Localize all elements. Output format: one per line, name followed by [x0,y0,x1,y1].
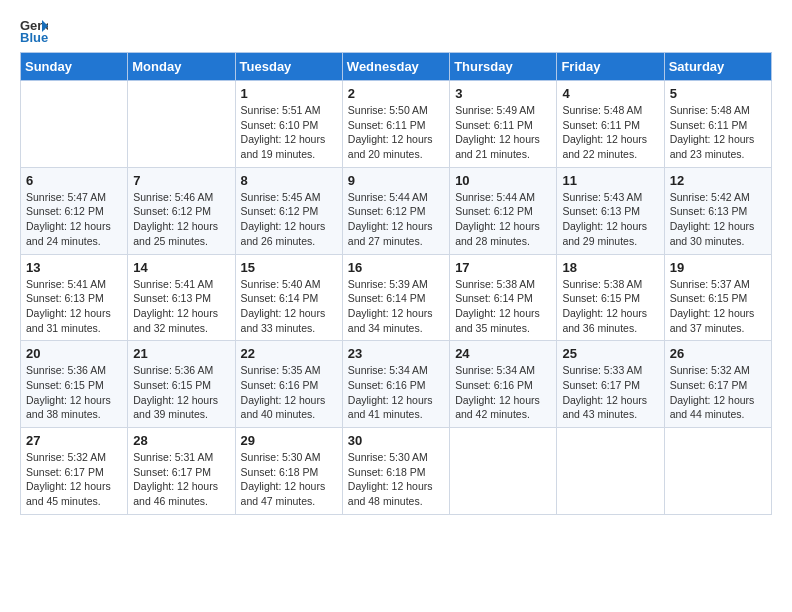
calendar-cell [664,428,771,515]
day-number: 22 [241,346,337,361]
day-number: 13 [26,260,122,275]
day-number: 18 [562,260,658,275]
calendar-week-row: 1Sunrise: 5:51 AMSunset: 6:10 PMDaylight… [21,81,772,168]
calendar-cell: 16Sunrise: 5:39 AMSunset: 6:14 PMDayligh… [342,254,449,341]
day-detail: Sunrise: 5:50 AMSunset: 6:11 PMDaylight:… [348,103,444,162]
day-number: 25 [562,346,658,361]
calendar-table: SundayMondayTuesdayWednesdayThursdayFrid… [20,52,772,515]
calendar-cell: 10Sunrise: 5:44 AMSunset: 6:12 PMDayligh… [450,167,557,254]
calendar-cell: 15Sunrise: 5:40 AMSunset: 6:14 PMDayligh… [235,254,342,341]
day-number: 20 [26,346,122,361]
day-detail: Sunrise: 5:36 AMSunset: 6:15 PMDaylight:… [133,363,229,422]
calendar-cell [21,81,128,168]
calendar-week-row: 13Sunrise: 5:41 AMSunset: 6:13 PMDayligh… [21,254,772,341]
day-detail: Sunrise: 5:46 AMSunset: 6:12 PMDaylight:… [133,190,229,249]
calendar-cell: 28Sunrise: 5:31 AMSunset: 6:17 PMDayligh… [128,428,235,515]
day-detail: Sunrise: 5:48 AMSunset: 6:11 PMDaylight:… [670,103,766,162]
day-detail: Sunrise: 5:47 AMSunset: 6:12 PMDaylight:… [26,190,122,249]
calendar-cell: 26Sunrise: 5:32 AMSunset: 6:17 PMDayligh… [664,341,771,428]
calendar-week-row: 27Sunrise: 5:32 AMSunset: 6:17 PMDayligh… [21,428,772,515]
day-number: 14 [133,260,229,275]
day-detail: Sunrise: 5:31 AMSunset: 6:17 PMDaylight:… [133,450,229,509]
calendar-cell: 17Sunrise: 5:38 AMSunset: 6:14 PMDayligh… [450,254,557,341]
calendar-week-row: 6Sunrise: 5:47 AMSunset: 6:12 PMDaylight… [21,167,772,254]
day-detail: Sunrise: 5:49 AMSunset: 6:11 PMDaylight:… [455,103,551,162]
day-detail: Sunrise: 5:33 AMSunset: 6:17 PMDaylight:… [562,363,658,422]
day-detail: Sunrise: 5:30 AMSunset: 6:18 PMDaylight:… [348,450,444,509]
calendar-cell: 12Sunrise: 5:42 AMSunset: 6:13 PMDayligh… [664,167,771,254]
day-detail: Sunrise: 5:40 AMSunset: 6:14 PMDaylight:… [241,277,337,336]
calendar-cell: 18Sunrise: 5:38 AMSunset: 6:15 PMDayligh… [557,254,664,341]
day-number: 5 [670,86,766,101]
day-number: 21 [133,346,229,361]
calendar-cell: 22Sunrise: 5:35 AMSunset: 6:16 PMDayligh… [235,341,342,428]
day-detail: Sunrise: 5:34 AMSunset: 6:16 PMDaylight:… [455,363,551,422]
page-header: General Blue [20,16,772,44]
calendar-cell [128,81,235,168]
day-detail: Sunrise: 5:37 AMSunset: 6:15 PMDaylight:… [670,277,766,336]
day-number: 16 [348,260,444,275]
day-number: 3 [455,86,551,101]
weekday-header-wednesday: Wednesday [342,53,449,81]
weekday-header-saturday: Saturday [664,53,771,81]
calendar-cell: 24Sunrise: 5:34 AMSunset: 6:16 PMDayligh… [450,341,557,428]
calendar-cell: 29Sunrise: 5:30 AMSunset: 6:18 PMDayligh… [235,428,342,515]
day-detail: Sunrise: 5:38 AMSunset: 6:14 PMDaylight:… [455,277,551,336]
day-number: 2 [348,86,444,101]
weekday-header-sunday: Sunday [21,53,128,81]
day-number: 6 [26,173,122,188]
calendar-cell: 19Sunrise: 5:37 AMSunset: 6:15 PMDayligh… [664,254,771,341]
calendar-cell [450,428,557,515]
calendar-cell: 4Sunrise: 5:48 AMSunset: 6:11 PMDaylight… [557,81,664,168]
day-detail: Sunrise: 5:39 AMSunset: 6:14 PMDaylight:… [348,277,444,336]
weekday-header-tuesday: Tuesday [235,53,342,81]
calendar-cell: 25Sunrise: 5:33 AMSunset: 6:17 PMDayligh… [557,341,664,428]
day-detail: Sunrise: 5:48 AMSunset: 6:11 PMDaylight:… [562,103,658,162]
calendar-cell: 1Sunrise: 5:51 AMSunset: 6:10 PMDaylight… [235,81,342,168]
day-number: 11 [562,173,658,188]
weekday-header-row: SundayMondayTuesdayWednesdayThursdayFrid… [21,53,772,81]
day-detail: Sunrise: 5:34 AMSunset: 6:16 PMDaylight:… [348,363,444,422]
day-detail: Sunrise: 5:41 AMSunset: 6:13 PMDaylight:… [26,277,122,336]
day-number: 12 [670,173,766,188]
day-detail: Sunrise: 5:42 AMSunset: 6:13 PMDaylight:… [670,190,766,249]
calendar-cell: 20Sunrise: 5:36 AMSunset: 6:15 PMDayligh… [21,341,128,428]
day-number: 1 [241,86,337,101]
calendar-cell: 30Sunrise: 5:30 AMSunset: 6:18 PMDayligh… [342,428,449,515]
day-detail: Sunrise: 5:41 AMSunset: 6:13 PMDaylight:… [133,277,229,336]
day-number: 8 [241,173,337,188]
weekday-header-thursday: Thursday [450,53,557,81]
calendar-cell: 23Sunrise: 5:34 AMSunset: 6:16 PMDayligh… [342,341,449,428]
day-number: 30 [348,433,444,448]
day-detail: Sunrise: 5:32 AMSunset: 6:17 PMDaylight:… [26,450,122,509]
day-number: 29 [241,433,337,448]
weekday-header-monday: Monday [128,53,235,81]
calendar-cell: 3Sunrise: 5:49 AMSunset: 6:11 PMDaylight… [450,81,557,168]
calendar-cell: 14Sunrise: 5:41 AMSunset: 6:13 PMDayligh… [128,254,235,341]
day-number: 9 [348,173,444,188]
day-detail: Sunrise: 5:38 AMSunset: 6:15 PMDaylight:… [562,277,658,336]
calendar-cell: 27Sunrise: 5:32 AMSunset: 6:17 PMDayligh… [21,428,128,515]
day-detail: Sunrise: 5:32 AMSunset: 6:17 PMDaylight:… [670,363,766,422]
day-number: 24 [455,346,551,361]
calendar-cell: 7Sunrise: 5:46 AMSunset: 6:12 PMDaylight… [128,167,235,254]
day-number: 28 [133,433,229,448]
day-number: 23 [348,346,444,361]
calendar-week-row: 20Sunrise: 5:36 AMSunset: 6:15 PMDayligh… [21,341,772,428]
day-number: 4 [562,86,658,101]
day-detail: Sunrise: 5:35 AMSunset: 6:16 PMDaylight:… [241,363,337,422]
calendar-cell [557,428,664,515]
calendar-cell: 13Sunrise: 5:41 AMSunset: 6:13 PMDayligh… [21,254,128,341]
calendar-cell: 11Sunrise: 5:43 AMSunset: 6:13 PMDayligh… [557,167,664,254]
day-detail: Sunrise: 5:30 AMSunset: 6:18 PMDaylight:… [241,450,337,509]
day-detail: Sunrise: 5:51 AMSunset: 6:10 PMDaylight:… [241,103,337,162]
day-detail: Sunrise: 5:44 AMSunset: 6:12 PMDaylight:… [455,190,551,249]
calendar-cell: 5Sunrise: 5:48 AMSunset: 6:11 PMDaylight… [664,81,771,168]
weekday-header-friday: Friday [557,53,664,81]
day-detail: Sunrise: 5:45 AMSunset: 6:12 PMDaylight:… [241,190,337,249]
day-detail: Sunrise: 5:36 AMSunset: 6:15 PMDaylight:… [26,363,122,422]
calendar-cell: 21Sunrise: 5:36 AMSunset: 6:15 PMDayligh… [128,341,235,428]
day-number: 15 [241,260,337,275]
day-number: 19 [670,260,766,275]
logo: General Blue [20,16,52,44]
